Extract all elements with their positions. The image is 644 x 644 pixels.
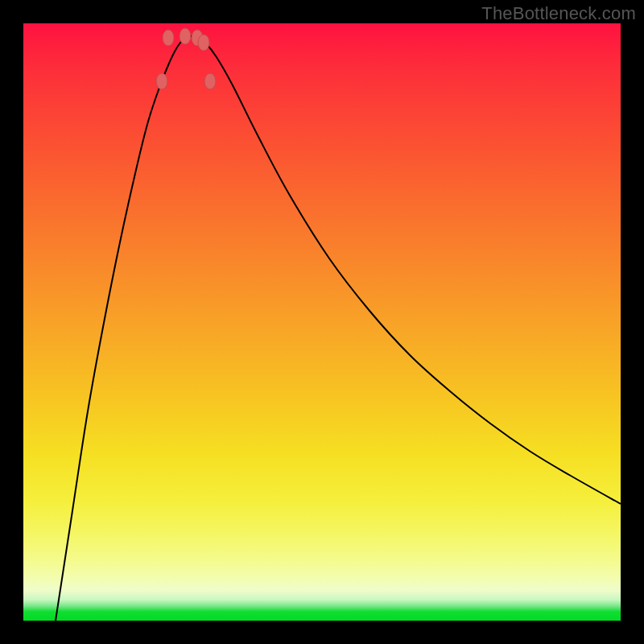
curve-marker [180,28,191,44]
curve-marker [156,73,167,89]
curve-marker [198,35,209,51]
chart-frame: TheBottleneck.com [0,0,644,644]
bottleneck-curve [56,36,621,621]
watermark-label: TheBottleneck.com [481,3,636,24]
curve-marker [163,30,174,46]
curve-marker [204,73,216,89]
plot-area [23,23,621,621]
curve-markers [156,28,216,89]
curve-layer [23,23,621,621]
